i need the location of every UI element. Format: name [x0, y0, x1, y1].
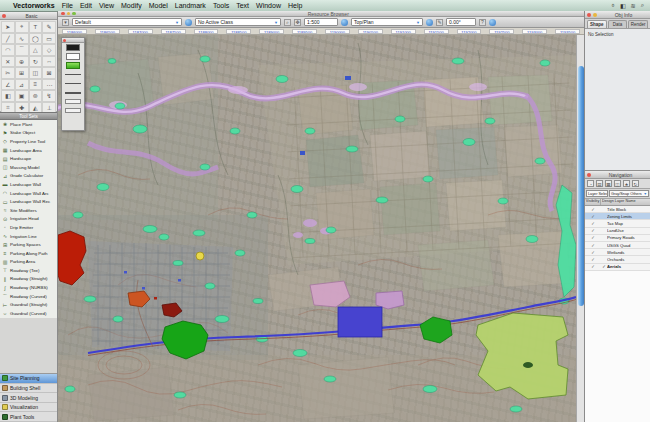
- visibility-check[interactable]: ✓: [585, 243, 601, 248]
- line-style-dropdown[interactable]: [65, 99, 81, 104]
- tool-list-item[interactable]: ◠ Landscape Wall Arc: [0, 189, 57, 198]
- tool-button[interactable]: ⌖: [15, 21, 29, 33]
- tool-button[interactable]: ↻: [29, 56, 43, 68]
- navigation-tab-icon[interactable]: ◔: [587, 180, 594, 187]
- tool-list-item[interactable]: ≈ Site Modifiers: [0, 206, 57, 215]
- help-mode-icon[interactable]: ?: [479, 19, 486, 26]
- tool-button[interactable]: ⊚: [29, 90, 43, 102]
- object-info-titlebar[interactable]: Obj Info: [585, 11, 650, 19]
- saved-views-icon[interactable]: ▾: [62, 19, 69, 26]
- vertical-scrollbar[interactable]: [576, 35, 584, 422]
- tool-set-category[interactable]: Building Shell: [0, 384, 57, 394]
- tool-button[interactable]: ∿: [15, 33, 29, 45]
- object-info-tab[interactable]: Render: [628, 20, 648, 28]
- tool-list-item[interactable]: ▦ Landscape Area: [0, 146, 57, 155]
- tool-button[interactable]: ✎: [42, 21, 56, 33]
- tool-button[interactable]: ⊿: [15, 79, 29, 91]
- rotation-field[interactable]: 0.00°: [446, 18, 476, 26]
- tool-set-category[interactable]: Visualization: [0, 403, 57, 413]
- layer-dropdown[interactable]: Default▼: [72, 18, 182, 26]
- menu-extra-icon[interactable]: ⌕: [641, 2, 644, 9]
- tool-list-item[interactable]: ▭ Landscape Wall Rec: [0, 197, 57, 206]
- tool-list-item[interactable]: ⌣ Guardrail (Curved): [0, 309, 57, 318]
- line-thickness-thick[interactable]: [65, 92, 81, 94]
- tool-list-item[interactable]: ≡ Parking Along Path: [0, 249, 57, 258]
- object-info-tab[interactable]: Data: [608, 20, 628, 28]
- design-layer-row[interactable]: ✓ LandUse: [585, 228, 650, 235]
- tool-list-item[interactable]: ▥ Parking Area: [0, 258, 57, 267]
- menu-item[interactable]: Modify: [121, 2, 142, 9]
- marker-style-dropdown[interactable]: [65, 108, 81, 113]
- navigation-tab-icon[interactable]: ▦: [605, 180, 612, 187]
- navigation-tab-icon[interactable]: ↻: [632, 180, 639, 187]
- menu-item[interactable]: Tools: [213, 2, 229, 9]
- tool-button[interactable]: ➤: [1, 21, 15, 33]
- tool-button[interactable]: ✕: [1, 56, 15, 68]
- fit-view-icon[interactable]: [341, 19, 348, 26]
- tool-set-category[interactable]: Site Planning: [0, 374, 57, 384]
- view-dropdown[interactable]: Top/Plan▼: [351, 18, 423, 26]
- menu-item[interactable]: View: [99, 2, 114, 9]
- tool-list-item[interactable]: ▬ Landscape Wall: [0, 180, 57, 189]
- visibility-check[interactable]: ✓: [585, 214, 601, 219]
- tool-button[interactable]: ◇: [42, 44, 56, 56]
- tool-list-item[interactable]: ⊿ Grade Calculator: [0, 172, 57, 181]
- navigation-titlebar[interactable]: Navigation: [585, 171, 650, 179]
- pan-tool-icon[interactable]: ✥: [294, 19, 301, 26]
- line-thickness-thin[interactable]: [65, 74, 81, 75]
- design-layer-row[interactable]: ✓ Zoning Limits: [585, 213, 650, 220]
- design-layer-row[interactable]: ✓ Primary Roads: [585, 235, 650, 242]
- tool-button[interactable]: ◠: [1, 44, 15, 56]
- visibility-check[interactable]: ✓: [585, 235, 601, 240]
- menu-item[interactable]: Landmark: [175, 2, 206, 9]
- tool-button[interactable]: ╱: [1, 33, 15, 45]
- navigation-tab-icon[interactable]: ▤: [596, 180, 603, 187]
- tool-button[interactable]: ≡: [29, 79, 43, 91]
- design-layer-row[interactable]: ✓ USGS Quad: [585, 242, 650, 249]
- tool-list-item[interactable]: ⊞ Parking Spaces: [0, 240, 57, 249]
- menu-extra-icon[interactable]: ⌽: [611, 2, 615, 9]
- design-layer-row[interactable]: ✓ Orchards: [585, 256, 650, 263]
- tool-button[interactable]: ↯: [42, 90, 56, 102]
- zoom-scale-field[interactable]: 1:500: [304, 18, 338, 26]
- close-icon[interactable]: [587, 13, 591, 17]
- layer-options-icon[interactable]: [185, 19, 192, 26]
- pen-tool-icon[interactable]: ✎: [436, 19, 443, 26]
- tool-button[interactable]: △: [29, 44, 43, 56]
- menu-item[interactable]: Model: [149, 2, 168, 9]
- class-dropdown[interactable]: No Active Class▼: [195, 18, 281, 26]
- tool-list-item[interactable]: ∿ Irrigation Line: [0, 232, 57, 241]
- menu-item[interactable]: Edit: [80, 2, 92, 9]
- fill-color-swatch[interactable]: [66, 53, 80, 60]
- tool-list-item[interactable]: ∫ Roadway (NURBS): [0, 283, 57, 292]
- tool-button[interactable]: ⊠: [42, 67, 56, 79]
- tool-button[interactable]: ◧: [1, 90, 15, 102]
- tool-button[interactable]: ⊕: [15, 56, 29, 68]
- tool-set-category[interactable]: Plant Tools: [0, 412, 57, 422]
- design-layer-row[interactable]: ✓ Wetlands: [585, 249, 650, 256]
- tool-list-item[interactable]: ⚑ Stake Object: [0, 129, 57, 138]
- menu-extra-icon[interactable]: ◧: [620, 2, 626, 9]
- layer-name-column-header[interactable]: Design Layer Name: [601, 199, 650, 205]
- tool-sets-palette-titlebar[interactable]: Tool Sets: [0, 112, 57, 120]
- tool-list-item[interactable]: ❀ Place Plant: [0, 120, 57, 129]
- design-layer-row[interactable]: ✓ Tax Map: [585, 220, 650, 227]
- visibility-check[interactable]: ✓: [585, 221, 601, 226]
- design-layer-row[interactable]: ✓ Title Block: [585, 206, 650, 213]
- minimize-icon[interactable]: [593, 13, 597, 17]
- fill-style-swatch[interactable]: [66, 44, 80, 51]
- visibility-check[interactable]: ✓: [585, 228, 601, 233]
- tool-list-item[interactable]: ◇ Property Line Tool: [0, 137, 57, 146]
- render-mode-icon[interactable]: [426, 19, 433, 26]
- visibility-check[interactable]: ✓: [585, 264, 601, 269]
- menu-extra-icon[interactable]: ≋: [631, 2, 636, 9]
- visibility-check[interactable]: ✓: [585, 257, 601, 262]
- close-icon[interactable]: [61, 12, 65, 16]
- tool-button[interactable]: ◫: [29, 67, 43, 79]
- tool-list-item[interactable]: ⌒ Roadway (Curved): [0, 292, 57, 301]
- tool-list-item[interactable]: ◦ Drip Emitter: [0, 223, 57, 232]
- tool-set-category[interactable]: 3D Modeling: [0, 393, 57, 403]
- navigation-tab-icon[interactable]: ◫: [614, 180, 621, 187]
- tool-button[interactable]: T: [29, 21, 43, 33]
- menu-item[interactable]: File: [62, 2, 73, 9]
